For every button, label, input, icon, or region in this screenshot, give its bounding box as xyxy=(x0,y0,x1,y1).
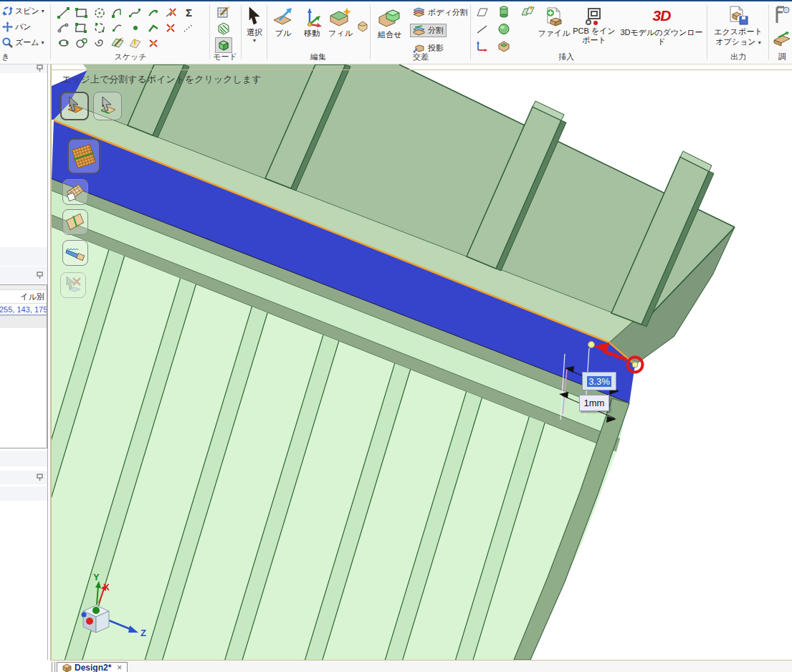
spin-caret-icon: ▾ xyxy=(42,8,44,14)
pull-icon xyxy=(272,7,294,27)
partial-grid-icon xyxy=(65,182,85,202)
split-option-plain-face-button[interactable] xyxy=(62,209,88,235)
insert-sphere-icon[interactable] xyxy=(497,23,510,35)
export-options-button[interactable]: オプション ▾ xyxy=(715,37,760,47)
sketch-line-icon[interactable] xyxy=(54,5,72,20)
sketch-polyline-icon[interactable] xyxy=(54,20,72,35)
split-point-vertex[interactable] xyxy=(588,342,595,348)
sketch-circle-icon[interactable] xyxy=(90,5,108,20)
mode-button-stack xyxy=(215,4,232,53)
sketch-plane-pencil-icon[interactable] xyxy=(108,35,126,50)
group-separator xyxy=(241,5,242,59)
insert-component-icon[interactable] xyxy=(520,5,535,18)
sketch-equation-icon[interactable]: Σ xyxy=(180,5,198,20)
export-options-label: オプション xyxy=(715,37,755,46)
split-option-partial-grid-button[interactable] xyxy=(62,179,88,205)
move-button[interactable]: 移動 xyxy=(298,7,325,38)
sketch-ellipse-icon[interactable] xyxy=(54,35,72,50)
insert-line-icon[interactable] xyxy=(476,24,489,35)
caliper-icon[interactable] xyxy=(773,6,791,24)
sketch-rectangle-icon[interactable] xyxy=(72,5,90,20)
sketch-bend-icon[interactable] xyxy=(144,20,162,35)
section-mode-button[interactable] xyxy=(215,21,232,37)
structure-panel-header[interactable] xyxy=(0,64,47,73)
zoom-label: ズーム xyxy=(15,37,39,48)
split-body-button[interactable]: ボディ分割 xyxy=(410,6,471,19)
pin-icon[interactable] xyxy=(37,64,43,72)
sketch-tangent-arc-icon[interactable] xyxy=(108,5,126,20)
blend-icon[interactable] xyxy=(357,20,368,33)
3d-viewport[interactable]: エッジ上で分割するポイントをクリックします 3.3% 1mm xyxy=(50,64,792,660)
insert-cylinder-icon[interactable] xyxy=(497,6,510,18)
color-value-row[interactable]: 255, 143, 175 xyxy=(0,304,47,315)
insert-group-label: 挿入 xyxy=(473,52,659,62)
sketch-spline-icon[interactable] xyxy=(126,5,144,20)
split-option-select-face-button[interactable] xyxy=(60,92,89,120)
split-body-icon xyxy=(413,7,425,18)
group-separator xyxy=(267,5,267,59)
cursor-disabled-icon xyxy=(63,275,83,295)
properties-panel-header[interactable] xyxy=(0,471,47,484)
export-icon xyxy=(727,6,749,26)
export-label: エクスポート xyxy=(714,27,762,37)
sketch-split-curve-icon[interactable] xyxy=(162,20,180,35)
combine-button[interactable]: 組合せ xyxy=(374,7,406,39)
insert-plane-icon[interactable] xyxy=(476,6,489,18)
insert-file-icon xyxy=(545,7,563,27)
sketch-mode-button[interactable] xyxy=(215,4,232,20)
insert-axes-icon[interactable] xyxy=(476,41,489,52)
sketch-trim-icon[interactable] xyxy=(162,5,180,20)
pan-button[interactable]: パン xyxy=(2,21,32,32)
download-3d-label: 3Dモデルのダウンロード xyxy=(618,28,705,46)
spin-icon xyxy=(2,6,13,16)
sketch-spiral-icon[interactable] xyxy=(90,35,108,50)
import-pcb-button[interactable]: PCB をインポート xyxy=(572,7,616,44)
fill-button[interactable]: フィル xyxy=(327,7,354,38)
options-panel-table: イル別 255, 143, 175 xyxy=(0,284,47,448)
download-3d-model-button[interactable]: 3D 3Dモデルのダウンロード xyxy=(618,7,705,46)
group-separator xyxy=(707,5,707,59)
split-option-select-plane-button[interactable] xyxy=(93,92,122,120)
table-row[interactable] xyxy=(0,315,47,328)
split-percent-field[interactable]: 3.3% xyxy=(582,372,616,390)
pin-icon[interactable] xyxy=(37,272,43,279)
sketch-three-point-circle-icon[interactable] xyxy=(90,20,108,35)
document-tab[interactable]: Design2* × xyxy=(57,662,128,672)
sketch-point-icon[interactable] xyxy=(126,20,144,35)
dock-band xyxy=(0,451,47,466)
fill-icon xyxy=(329,7,352,27)
color-value-text: 255, 143, 175 xyxy=(0,305,47,314)
export-button[interactable]: エクスポート オプション ▾ xyxy=(711,6,765,46)
options-panel-header[interactable] xyxy=(0,267,47,284)
tab-close-icon[interactable]: × xyxy=(117,663,122,672)
insert-file-button[interactable]: ファイル xyxy=(538,7,571,38)
split-label: 分割 xyxy=(428,25,444,36)
fill-label: フィル xyxy=(328,29,353,38)
split-button-active[interactable]: 分割 xyxy=(410,24,447,37)
split-option-saw-button[interactable] xyxy=(62,240,88,266)
solid-mode-button[interactable] xyxy=(215,37,232,53)
cursor-face-icon xyxy=(64,95,85,117)
style-row[interactable]: イル別 xyxy=(0,290,47,304)
sketch-three-point-rectangle-icon[interactable] xyxy=(72,20,90,35)
board-tool-icon[interactable] xyxy=(773,30,791,47)
axis-z-label: Z xyxy=(140,628,146,638)
model-canvas[interactable] xyxy=(52,64,792,660)
insert-shell-icon[interactable] xyxy=(497,40,510,52)
pull-button[interactable]: プル xyxy=(269,7,297,38)
spin-button[interactable]: スピン ▾ xyxy=(2,6,44,16)
split-option-grid-face-button[interactable] xyxy=(67,138,100,174)
sketch-construction-line-icon[interactable] xyxy=(180,20,198,35)
sketch-move-plane-icon[interactable] xyxy=(126,35,144,50)
sketch-arc-icon[interactable] xyxy=(108,20,126,35)
sketch-sweep-arc-icon[interactable] xyxy=(144,5,162,20)
pin-icon[interactable] xyxy=(37,474,43,481)
edge-end-vertex[interactable] xyxy=(632,362,638,368)
group-separator xyxy=(768,5,769,59)
sketch-tangent-circle-icon[interactable] xyxy=(72,35,90,50)
zoom-button[interactable]: ズーム ▾ xyxy=(2,37,44,48)
sketch-project-point-icon[interactable] xyxy=(144,35,162,50)
split-distance-field[interactable]: 1mm xyxy=(579,395,609,411)
select-cursor-icon xyxy=(247,7,262,26)
select-button[interactable]: 選択 ▾ xyxy=(242,7,267,44)
